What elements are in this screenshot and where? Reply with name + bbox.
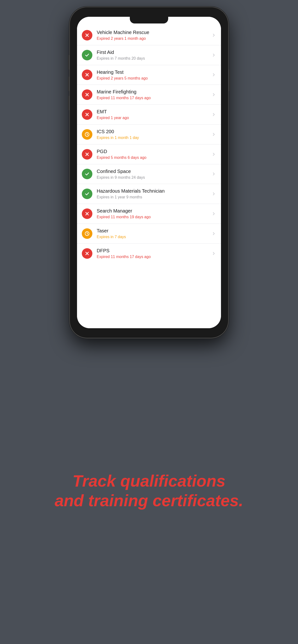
chevron-icon-search-manager bbox=[211, 211, 216, 216]
status-icon-taser bbox=[82, 228, 92, 239]
cert-text-taser: TaserExpires in 7 days bbox=[97, 228, 209, 240]
cert-item-taser[interactable]: TaserExpires in 7 days bbox=[77, 224, 221, 244]
chevron-icon-ics-200 bbox=[211, 132, 216, 137]
cert-name-pgd: PGD bbox=[97, 148, 209, 154]
chevron-icon-taser bbox=[211, 231, 216, 236]
cert-item-search-manager[interactable]: Search ManagerExpired 11 months 19 days … bbox=[77, 204, 221, 224]
cert-text-marine-firefighting: Marine FirefightingExpired 11 months 17 … bbox=[97, 89, 209, 100]
cert-status-vehicle-machine-rescue: Expired 2 years 1 month ago bbox=[97, 36, 209, 41]
status-icon-pgd bbox=[82, 149, 92, 160]
status-icon-confined-space bbox=[82, 169, 92, 179]
cert-text-hazardous-materials-technician: Hazardous Materials TechnicianExpires in… bbox=[97, 188, 209, 200]
status-icon-dfps bbox=[82, 248, 92, 259]
chevron-icon-hazardous-materials-technician bbox=[211, 192, 216, 196]
chevron-icon-hearing-test bbox=[211, 72, 216, 77]
phone-notch bbox=[130, 17, 168, 24]
cert-item-emt[interactable]: EMTExpired 1 year ago bbox=[77, 105, 221, 124]
chevron-icon-first-aid bbox=[211, 53, 216, 58]
cert-status-pgd: Expired 5 months 6 days ago bbox=[97, 155, 209, 160]
phone-shell: Vehicle Machine RescueExpired 2 years 1 … bbox=[70, 7, 228, 338]
cert-name-ics-200: ICS 200 bbox=[97, 128, 209, 135]
cert-status-hazardous-materials-technician: Expires in 1 year 9 months bbox=[97, 195, 209, 200]
tagline-area: Track qualifications and training certif… bbox=[36, 338, 262, 644]
cert-name-search-manager: Search Manager bbox=[97, 208, 209, 214]
status-icon-search-manager bbox=[82, 208, 92, 219]
cert-status-dfps: Expired 11 months 17 days ago bbox=[97, 254, 209, 260]
cert-name-marine-firefighting: Marine Firefighting bbox=[97, 89, 209, 95]
status-icon-vehicle-machine-rescue bbox=[82, 30, 92, 40]
cert-name-confined-space: Confined Space bbox=[97, 168, 209, 174]
chevron-icon-vehicle-machine-rescue bbox=[211, 33, 216, 38]
cert-name-first-aid: First Aid bbox=[97, 49, 209, 55]
phone-screen: Vehicle Machine RescueExpired 2 years 1 … bbox=[77, 17, 221, 328]
status-icon-hearing-test bbox=[82, 70, 92, 80]
cert-name-hearing-test: Hearing Test bbox=[97, 69, 209, 75]
cert-text-dfps: DFPSExpired 11 months 17 days ago bbox=[97, 248, 209, 260]
cert-text-pgd: PGDExpired 5 months 6 days ago bbox=[97, 148, 209, 160]
cert-status-taser: Expires in 7 days bbox=[97, 234, 209, 240]
cert-status-search-manager: Expired 11 months 19 days ago bbox=[97, 215, 209, 220]
status-icon-hazardous-materials-technician bbox=[82, 188, 92, 199]
cert-item-dfps[interactable]: DFPSExpired 11 months 17 days ago bbox=[77, 244, 221, 263]
cert-item-confined-space[interactable]: Confined SpaceExpires in 9 months 24 day… bbox=[77, 164, 221, 184]
cert-status-marine-firefighting: Expired 11 months 17 days ago bbox=[97, 96, 209, 100]
screen-content[interactable]: Vehicle Machine RescueExpired 2 years 1 … bbox=[77, 17, 221, 328]
chevron-icon-confined-space bbox=[211, 172, 216, 176]
cert-item-first-aid[interactable]: First AidExpires in 7 months 20 days bbox=[77, 45, 221, 65]
cert-name-taser: Taser bbox=[97, 228, 209, 234]
cert-text-hearing-test: Hearing TestExpired 2 years 5 months ago bbox=[97, 69, 209, 81]
cert-text-vehicle-machine-rescue: Vehicle Machine RescueExpired 2 years 1 … bbox=[97, 29, 209, 41]
chevron-icon-dfps bbox=[211, 251, 216, 256]
status-icon-ics-200 bbox=[82, 129, 92, 140]
cert-text-first-aid: First AidExpires in 7 months 20 days bbox=[97, 49, 209, 61]
cert-item-pgd[interactable]: PGDExpired 5 months 6 days ago bbox=[77, 144, 221, 164]
cert-text-emt: EMTExpired 1 year ago bbox=[97, 108, 209, 120]
home-indicator bbox=[130, 325, 168, 326]
cert-item-hazardous-materials-technician[interactable]: Hazardous Materials TechnicianExpires in… bbox=[77, 184, 221, 204]
cert-text-ics-200: ICS 200Expires in 1 month 1 day bbox=[97, 128, 209, 140]
cert-status-first-aid: Expires in 7 months 20 days bbox=[97, 56, 209, 61]
certification-list: Vehicle Machine RescueExpired 2 years 1 … bbox=[77, 26, 221, 263]
status-icon-emt bbox=[82, 109, 92, 120]
cert-name-emt: EMT bbox=[97, 108, 209, 115]
cert-status-hearing-test: Expired 2 years 5 months ago bbox=[97, 76, 209, 81]
cert-status-ics-200: Expires in 1 month 1 day bbox=[97, 135, 209, 140]
tagline-text: Track qualifications and training certif… bbox=[55, 471, 243, 510]
cert-status-confined-space: Expires in 9 months 24 days bbox=[97, 175, 209, 180]
chevron-icon-emt bbox=[211, 112, 216, 117]
status-icon-marine-firefighting bbox=[82, 89, 92, 100]
cert-name-vehicle-machine-rescue: Vehicle Machine Rescue bbox=[97, 29, 209, 36]
cert-item-vehicle-machine-rescue[interactable]: Vehicle Machine RescueExpired 2 years 1 … bbox=[77, 26, 221, 45]
cert-text-search-manager: Search ManagerExpired 11 months 19 days … bbox=[97, 208, 209, 220]
cert-item-ics-200[interactable]: ICS 200Expires in 1 month 1 day bbox=[77, 124, 221, 144]
chevron-icon-marine-firefighting bbox=[211, 92, 216, 97]
chevron-icon-pgd bbox=[211, 152, 216, 157]
cert-item-hearing-test[interactable]: Hearing TestExpired 2 years 5 months ago bbox=[77, 65, 221, 85]
cert-item-marine-firefighting[interactable]: Marine FirefightingExpired 11 months 17 … bbox=[77, 85, 221, 105]
cert-name-dfps: DFPS bbox=[97, 248, 209, 254]
cert-status-emt: Expired 1 year ago bbox=[97, 116, 209, 120]
cert-name-hazardous-materials-technician: Hazardous Materials Technician bbox=[97, 188, 209, 194]
cert-text-confined-space: Confined SpaceExpires in 9 months 24 day… bbox=[97, 168, 209, 180]
status-icon-first-aid bbox=[82, 50, 92, 60]
